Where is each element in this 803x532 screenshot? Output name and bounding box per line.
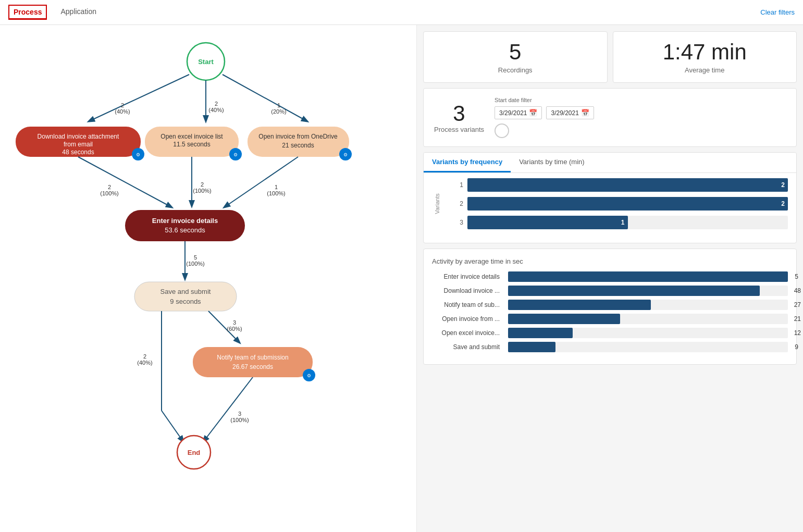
svg-text:1: 1 bbox=[277, 102, 280, 108]
svg-text:Download invoice attachment: Download invoice attachment bbox=[38, 133, 119, 140]
svg-text:2: 2 bbox=[108, 184, 111, 190]
svg-text:Notify team of submission: Notify team of submission bbox=[217, 354, 288, 361]
svg-text:5: 5 bbox=[194, 254, 197, 261]
svg-text:2: 2 bbox=[143, 353, 146, 360]
svg-text:(40%): (40%) bbox=[137, 360, 152, 366]
avg-time-label: Average time bbox=[624, 66, 786, 74]
svg-text:End: End bbox=[188, 449, 201, 456]
stats-row: 5 Recordings 1:47 min Average time bbox=[423, 31, 797, 83]
recordings-value: 5 bbox=[434, 40, 597, 64]
svg-text:⚙: ⚙ bbox=[343, 152, 348, 157]
svg-text:48 seconds: 48 seconds bbox=[62, 149, 94, 156]
filter-toggle[interactable] bbox=[495, 123, 509, 138]
svg-line-57 bbox=[203, 377, 253, 442]
svg-text:(40%): (40%) bbox=[208, 107, 224, 113]
activity-row-notify: Notify team of sub... 27 bbox=[432, 300, 788, 310]
svg-text:(60%): (60%) bbox=[227, 326, 242, 332]
svg-text:2: 2 bbox=[215, 101, 218, 107]
calendar-icon-to: 📅 bbox=[581, 109, 589, 117]
svg-text:3: 3 bbox=[233, 319, 236, 326]
svg-text:Start: Start bbox=[198, 58, 214, 66]
svg-text:Open excel invoice list: Open excel invoice list bbox=[160, 133, 223, 140]
variants-label: Process variants bbox=[434, 126, 484, 133]
date-filter-label: Start date filter bbox=[495, 97, 786, 103]
variants-count-area: 3 Process variants bbox=[434, 102, 484, 133]
svg-text:(100%): (100%) bbox=[193, 188, 211, 194]
tab-application[interactable]: Application bbox=[59, 4, 97, 20]
flow-panel: Start 2 (40%) 2 (40%) 1 (20%) Do bbox=[0, 25, 417, 532]
svg-text:21 seconds: 21 seconds bbox=[282, 142, 314, 149]
avg-time-value: 1:47 min bbox=[624, 40, 786, 64]
activity-row-save: Save and submit 9 bbox=[432, 342, 788, 352]
svg-text:9 seconds: 9 seconds bbox=[170, 298, 201, 305]
variant-bar-3: 3 1 bbox=[453, 216, 788, 229]
activity-chart-card: Activity by average time in sec Enter in… bbox=[423, 249, 797, 365]
avg-time-card: 1:47 min Average time bbox=[613, 31, 797, 83]
date-from-value: 3/29/2021 bbox=[499, 109, 527, 117]
svg-line-33 bbox=[224, 157, 298, 207]
svg-text:⚙: ⚙ bbox=[136, 152, 140, 157]
process-variants-card: 3 Process variants Start date filter 3/2… bbox=[423, 88, 797, 147]
svg-text:(20%): (20%) bbox=[271, 108, 286, 115]
activity-chart-title: Activity by average time in sec bbox=[432, 257, 788, 265]
tab-process[interactable]: Process bbox=[8, 5, 47, 20]
calendar-icon-from: 📅 bbox=[529, 109, 537, 117]
activity-row-excel: Open excel invoice... 12 bbox=[432, 328, 788, 338]
svg-text:26.67 seconds: 26.67 seconds bbox=[232, 363, 273, 370]
svg-line-27 bbox=[78, 157, 172, 207]
svg-text:11.5 seconds: 11.5 seconds bbox=[173, 141, 210, 148]
date-from-input[interactable]: 3/29/2021 📅 bbox=[495, 106, 542, 119]
svg-text:⚙: ⚙ bbox=[233, 152, 238, 157]
activity-row-enter: Enter invoice details 5 bbox=[432, 271, 788, 282]
activity-row-onedrive: Open invoice from ... 21 bbox=[432, 314, 788, 324]
date-filter-area: Start date filter 3/29/2021 📅 3/29/2021 … bbox=[495, 97, 786, 138]
svg-line-2 bbox=[89, 75, 189, 121]
recordings-label: Recordings bbox=[434, 66, 597, 74]
y-axis-label: Variants bbox=[434, 193, 440, 214]
svg-text:53.6 seconds: 53.6 seconds bbox=[165, 226, 205, 234]
svg-text:(100%): (100%) bbox=[267, 190, 285, 196]
svg-text:⚙: ⚙ bbox=[307, 373, 311, 378]
svg-rect-36 bbox=[125, 210, 245, 241]
variants-chart-tabs: Variants by frequency Variants by time (… bbox=[424, 153, 796, 173]
svg-text:(100%): (100%) bbox=[230, 417, 249, 423]
svg-text:Open invoice from OneDrive: Open invoice from OneDrive bbox=[258, 133, 338, 140]
tab-variants-time[interactable]: Variants by time (min) bbox=[511, 153, 592, 172]
svg-rect-42 bbox=[134, 282, 237, 311]
date-to-input[interactable]: 3/29/2021 📅 bbox=[546, 106, 594, 119]
variants-chart-card: Variants by frequency Variants by time (… bbox=[423, 152, 797, 243]
svg-text:(100%): (100%) bbox=[186, 261, 204, 267]
recordings-card: 5 Recordings bbox=[423, 31, 608, 83]
variant-bar-1: 1 2 bbox=[453, 178, 788, 192]
svg-text:2: 2 bbox=[201, 181, 204, 188]
date-inputs: 3/29/2021 📅 3/29/2021 📅 bbox=[495, 106, 786, 119]
svg-text:(40%): (40%) bbox=[115, 108, 130, 115]
date-to-value: 3/29/2021 bbox=[551, 109, 578, 117]
svg-text:3: 3 bbox=[238, 411, 241, 417]
svg-text:Enter invoice details: Enter invoice details bbox=[152, 217, 218, 225]
svg-text:(100%): (100%) bbox=[100, 190, 118, 196]
svg-rect-52 bbox=[193, 347, 313, 377]
variants-number: 3 bbox=[434, 102, 484, 126]
svg-line-46 bbox=[162, 411, 183, 442]
svg-line-8 bbox=[223, 75, 307, 121]
clear-filters-button[interactable]: Clear filters bbox=[760, 8, 795, 16]
svg-text:Save and submit: Save and submit bbox=[160, 288, 211, 295]
variant-bar-2: 2 2 bbox=[453, 197, 788, 211]
svg-text:1: 1 bbox=[275, 184, 278, 190]
flow-diagram: Start 2 (40%) 2 (40%) 1 (20%) Do bbox=[0, 25, 416, 532]
tab-variants-frequency[interactable]: Variants by frequency bbox=[424, 153, 511, 172]
main-container: Start 2 (40%) 2 (40%) 1 (20%) Do bbox=[0, 25, 803, 532]
svg-text:from email: from email bbox=[64, 141, 93, 148]
activity-row-download: Download invoice ... 48 bbox=[432, 286, 788, 296]
variants-bar-chart: Variants 1 2 2 2 bbox=[424, 173, 796, 243]
svg-text:2: 2 bbox=[121, 102, 124, 108]
top-nav: Process Application Clear filters bbox=[0, 0, 803, 25]
right-panel: 5 Recordings 1:47 min Average time 3 Pro… bbox=[417, 25, 803, 532]
